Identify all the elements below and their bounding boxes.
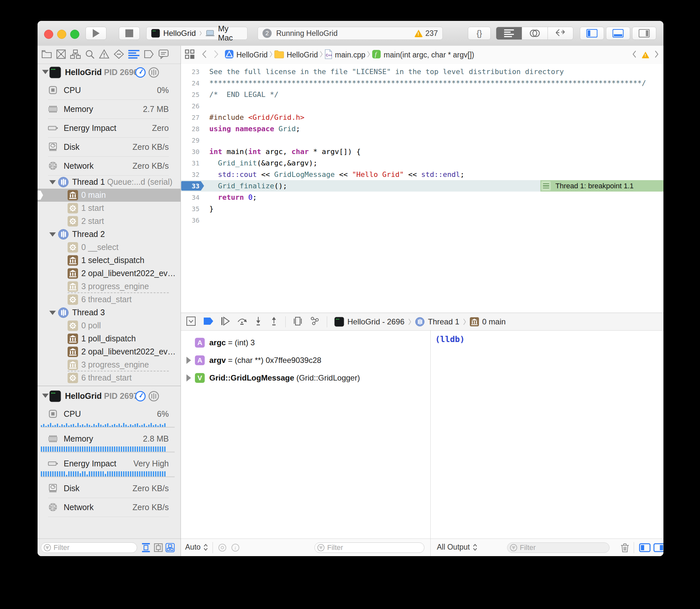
variable-row[interactable]: VGrid::GridLogMessage (Grid::GridLogger) (181, 369, 430, 387)
hide-debug-area-button[interactable] (186, 316, 196, 327)
debug-pane-divider[interactable] (430, 331, 431, 556)
crumb-frame[interactable]: 0 main (482, 317, 506, 326)
line-number[interactable]: 34 (181, 193, 200, 202)
stack-frame-row[interactable]: 6 thread_start (37, 371, 181, 384)
line-number[interactable]: 24 (181, 79, 200, 87)
crumb-project[interactable]: HelloGrid (236, 51, 268, 59)
toggle-inspector-button[interactable] (632, 27, 656, 40)
metric-row-energy-impact[interactable]: Energy ImpactZero (37, 119, 181, 138)
console-filter-input[interactable]: Filter (507, 542, 610, 553)
profile-gauge-button[interactable] (135, 390, 146, 402)
code-line[interactable]: 24**************************************… (181, 77, 663, 89)
line-number[interactable]: 26 (181, 102, 200, 110)
breakpoint-annotation[interactable]: Thread 1: breakpoint 1.1 (540, 180, 663, 192)
metric-row-cpu[interactable]: CPU0% (37, 81, 181, 100)
scheme-selector[interactable]: HelloGrid My Mac (146, 27, 247, 40)
code-line[interactable]: 36 (181, 214, 663, 226)
line-number[interactable]: 28 (181, 125, 200, 133)
stack-frame-row[interactable]: 2 start (37, 215, 181, 228)
symbol-navigator-icon[interactable] (70, 49, 81, 60)
stack-frame-row[interactable]: 0 poll (37, 319, 181, 332)
variables-scope-popup[interactable]: Auto (185, 543, 208, 552)
source-editor[interactable]: 23See the full license in the file "LICE… (181, 64, 663, 315)
disclosure-triangle[interactable] (186, 375, 191, 382)
activity-status[interactable]: 2 Running HelloGrid 237 (258, 27, 443, 40)
pause-process-button[interactable] (148, 67, 160, 78)
line-number[interactable]: 25 (181, 91, 200, 99)
find-navigator-icon[interactable] (85, 49, 95, 60)
report-navigator-icon[interactable] (158, 49, 169, 60)
run-button[interactable] (86, 27, 106, 40)
line-number[interactable]: 36 (181, 216, 200, 224)
related-items-icon[interactable] (185, 49, 194, 60)
crumb-group[interactable]: HelloGrid (287, 51, 318, 59)
code-line[interactable]: 23See the full license in the file "LICE… (181, 66, 663, 77)
disclosure-triangle[interactable] (186, 357, 191, 364)
metric-row-disk[interactable]: DiskZero KB/s (37, 138, 181, 157)
filter-threads-button[interactable] (154, 543, 163, 554)
library-button[interactable]: {} (468, 27, 491, 40)
stack-frame-row[interactable]: 1 start (37, 202, 181, 215)
profile-gauge-button[interactable] (135, 67, 146, 78)
line-number[interactable]: 35 (181, 205, 200, 213)
sidebar-filter-input[interactable]: Filter (41, 542, 137, 553)
line-number[interactable]: 33 (181, 182, 200, 190)
debug-navigator-icon[interactable] (128, 50, 139, 60)
variable-row[interactable]: Aargv = (char **) 0x7ffee9039c28 (181, 351, 430, 369)
stop-button[interactable] (119, 27, 140, 40)
breakpoints-toggle-button[interactable] (203, 317, 214, 327)
sidebar-divider[interactable] (181, 46, 181, 556)
crumb-process[interactable]: HelloGrid - 2696 (347, 317, 405, 326)
stack-frame-row[interactable]: 1 poll_dispatch (37, 332, 181, 345)
thread-row[interactable]: Thread 2 (37, 228, 181, 241)
metric-row-memory[interactable]: Memory2.8 MB (37, 430, 181, 454)
metric-row-energy-impact[interactable]: Energy ImpactVery High (37, 454, 181, 479)
stack-frame-row[interactable]: 2 opal_libevent2022_ev… (37, 345, 181, 358)
line-number[interactable]: 27 (181, 114, 200, 121)
variables-filter-input[interactable]: Filter (314, 542, 424, 553)
next-issue-button[interactable] (654, 50, 659, 59)
source-control-navigator-icon[interactable] (56, 49, 66, 60)
previous-issue-button[interactable] (632, 50, 637, 59)
project-navigator-icon[interactable] (41, 50, 52, 60)
stack-frame-row[interactable]: 0 main (37, 189, 181, 202)
line-number[interactable]: 29 (181, 136, 200, 144)
code-line[interactable]: 28using namespace Grid; (181, 123, 663, 135)
filter-flat-view-button[interactable] (141, 543, 151, 554)
disclosure-triangle[interactable] (49, 311, 56, 315)
variables-view[interactable]: Aargc = (int) 3Aargv = (char **) 0x7ffee… (181, 331, 430, 542)
pause-process-button[interactable] (148, 390, 160, 402)
info-button[interactable]: i (231, 543, 240, 554)
console-output-popup[interactable]: All Output (437, 543, 478, 552)
line-number[interactable]: 30 (181, 148, 200, 156)
memory-graph-button[interactable] (310, 317, 320, 327)
code-line[interactable]: 29 (181, 135, 663, 146)
back-button[interactable] (202, 50, 207, 60)
metric-row-network[interactable]: NetworkZero KB/s (37, 498, 181, 517)
code-line[interactable]: 30int main(int argc, char * argv[]) { (181, 146, 663, 157)
step-over-button[interactable] (237, 317, 247, 327)
variable-row[interactable]: Aargc = (int) 3 (181, 334, 430, 351)
step-into-button[interactable] (254, 317, 262, 327)
code-line-current[interactable]: 33 Grid_finalize();Thread 1: breakpoint … (181, 180, 663, 192)
crumb-symbol[interactable]: main(int argc, char * argv[]) (383, 51, 474, 59)
breakpoint-navigator-icon[interactable] (144, 50, 154, 60)
stack-frame-row[interactable]: 3 progress_engine (37, 358, 181, 371)
metric-row-memory[interactable]: Memory2.7 MB (37, 100, 181, 119)
issue-navigator-icon[interactable] (99, 49, 109, 60)
assistant-editor-button[interactable] (522, 27, 547, 39)
stack-frame-row[interactable]: 3 progress_engine (37, 280, 181, 293)
view-hierarchy-button[interactable] (293, 317, 303, 327)
line-number[interactable]: 31 (181, 159, 200, 167)
metric-row-disk[interactable]: DiskZero KB/s (37, 479, 181, 498)
code-line[interactable]: 26 (181, 100, 663, 111)
stack-frame-row[interactable]: 0 __select (37, 241, 181, 254)
close-button[interactable] (44, 30, 53, 39)
filter-stack-button[interactable] (166, 543, 175, 554)
line-number[interactable]: 32 (181, 171, 200, 178)
stack-frame-row[interactable]: 2 opal_libevent2022_ev… (37, 267, 181, 280)
stack-frame-row[interactable]: 1 select_dispatch (37, 254, 181, 267)
toggle-variables-view-button[interactable] (639, 543, 651, 554)
minimize-button[interactable] (57, 30, 66, 39)
crumb-thread[interactable]: Thread 1 (428, 317, 459, 326)
